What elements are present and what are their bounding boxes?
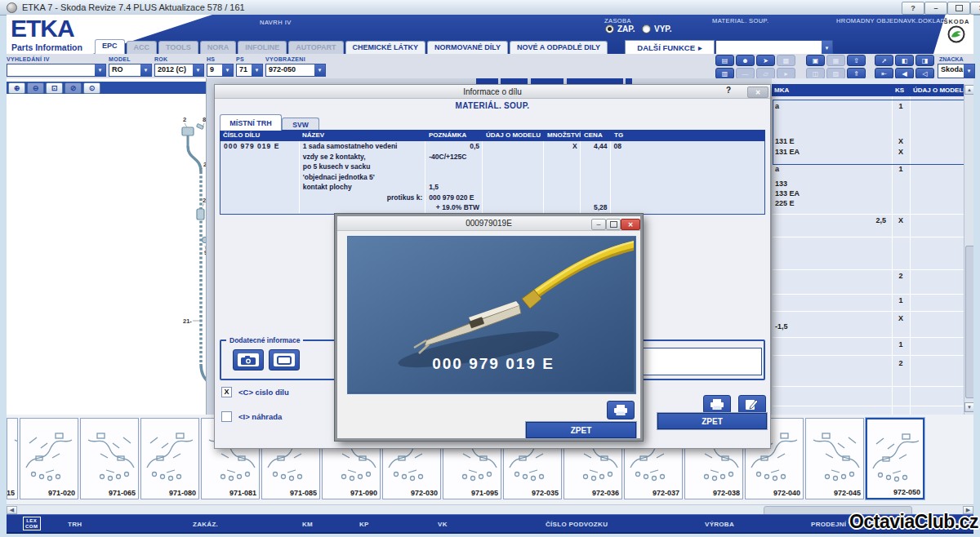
page-back-icon[interactable]: ◧ [895,55,914,66]
scroll-up-icon[interactable]: ▲ [964,85,973,95]
key-icon[interactable]: — [736,68,755,79]
print-icon[interactable]: ▤ [715,55,734,66]
row-divider [773,311,964,312]
dialog-print-button[interactable] [703,395,731,414]
tab[interactable]: TOOLS [158,41,198,55]
tab-mistni-trh[interactable]: MÍSTNÍ TRH [220,114,282,131]
chevron-down-icon[interactable]: ▼ [314,64,325,76]
part-name-line: kontakt plochy [300,182,426,193]
scroll-left-icon[interactable]: ◀ [7,506,17,514]
tab-svw[interactable]: SVW [282,118,319,131]
dialog-close-button[interactable]: ✕ [747,87,768,98]
cislo-dilu-checkbox[interactable]: X <C> cislo dilu [221,387,289,397]
col-cislo-dilu: ČÍSLO DÍLU [220,130,299,141]
tab[interactable]: NORMOVANÉ DÍLY [427,41,508,55]
nav-left-icon[interactable]: ◁ [915,68,934,79]
dialog-edit-button[interactable] [738,395,766,414]
zoom-pan-icon[interactable]: ⊘ [65,82,82,94]
elsa-icon[interactable]: ▣ [806,55,825,66]
filter-select[interactable]: 972-050 ▼ [265,64,326,77]
zoom-in-icon[interactable]: ⊕ [8,82,25,94]
tab[interactable]: AUTOPART [288,41,343,55]
thumbnail[interactable]: 972-045 [805,418,864,499]
cart-up-icon[interactable]: ⇧ [847,55,866,66]
cars-icon[interactable]: ▩ [777,55,795,66]
tab[interactable]: ACC [127,41,158,55]
dialog-help-button[interactable]: ? [726,86,731,95]
part-number: 000 979 019 E [220,141,300,152]
thumbnail[interactable]: 971-020 [20,418,78,499]
window-help-button[interactable]: ? [902,2,924,15]
scroll-down-icon[interactable]: ▼ [964,402,973,412]
car-outline-icon[interactable]: ▱ [756,68,775,79]
selected-part-group[interactable] [773,100,966,165]
status-field-label: ČÍSLO PODVOZKU [546,521,608,528]
tg-cell [611,172,764,183]
filter-select[interactable]: RO ▼ [109,64,152,77]
nav-prev-icon[interactable]: ◀ [895,68,914,79]
thumbnail[interactable]: 971-065 [80,418,139,499]
zoom-area-icon[interactable]: ⊡ [46,82,63,94]
nahrada-checkbox[interactable]: <I> náhrada [221,411,282,422]
user-icon[interactable]: ☻ [736,55,755,66]
checkbox-checked-icon[interactable]: X [221,387,232,397]
zasoba-vyp-radio[interactable]: VYP. [642,24,672,33]
photo-back-button[interactable]: ZPET [526,422,636,438]
zasoba-zap-radio[interactable]: ZAP. [605,24,635,33]
tab[interactable]: NOVÉ A ODPADLÉ DILY [510,41,608,55]
thumbnail[interactable]: 971-015 [7,418,18,499]
photo-minimize-button[interactable]: – [591,219,606,230]
tag-icon[interactable]: ◫ [806,68,825,79]
skoda-wordmark: ŠKODA [943,18,969,25]
model-cell [483,162,544,172]
filter-select[interactable]: ▼ [7,64,106,77]
chevron-down-icon[interactable]: ▼ [222,64,233,76]
window-restore-button[interactable] [947,2,970,15]
tab[interactable]: CHEMICKÉ LÁTKY [345,41,426,55]
chevron-down-icon[interactable]: ▼ [252,64,262,76]
tab[interactable]: INFOLINE [238,41,287,55]
model-cell [483,182,544,193]
chevron-down-icon[interactable]: ▼ [95,64,105,76]
part-number [220,172,300,183]
photo-print-button[interactable] [607,401,635,419]
znacka-select[interactable]: Skoda ▼ [938,64,975,78]
checkbox-unchecked-icon[interactable] [221,411,232,422]
nav-first-icon[interactable]: ⇤ [875,68,893,79]
scrollbar[interactable]: ▲ ▼ [964,84,973,415]
send-icon[interactable]: ➤ [756,55,775,66]
thumbnail[interactable]: 971-080 [140,418,199,499]
list-icon[interactable]: ▥ [715,68,734,79]
tab[interactable]: NORA [200,41,237,55]
zoom-lens-icon[interactable]: ⊙ [83,82,100,94]
photo-button[interactable] [233,349,264,371]
arrow-icon[interactable]: ▸ [777,68,795,79]
scrollbar-thumb[interactable] [965,246,973,398]
photo-close-button[interactable]: ✕ [621,219,640,230]
part-note: a [775,165,779,173]
photo-maximize-button[interactable] [606,219,621,230]
dialog-back-button[interactable]: ZPET [657,413,767,429]
window-close-button[interactable]: ✕ [970,2,980,15]
part-qty: 1 [894,165,907,173]
cart-icon[interactable]: ⇑ [847,68,866,79]
tab[interactable]: EPC [95,39,125,55]
filter-field: HS 9 ▼ [207,56,234,77]
chevron-down-icon[interactable]: ▼ [140,64,151,76]
filter-select[interactable]: 2012 (C) ▼ [154,64,204,77]
pin-icon[interactable]: ➚ [875,55,893,66]
chevron-down-icon[interactable]: ▼ [964,64,974,78]
page-forward-icon[interactable]: ◨ [915,55,934,66]
filter-select[interactable]: 71 ▼ [236,64,263,77]
filter-select[interactable]: 9 ▼ [207,64,234,77]
part-number [220,182,300,193]
zoom-out-icon[interactable]: ⊖ [27,82,44,94]
thumbnail[interactable]: 972-050 [866,418,924,499]
dialog-header: MATERIÁL. SOUP. [215,101,770,110]
price-cell [581,182,611,193]
frame-button[interactable] [269,349,300,371]
depot-icon[interactable]: ▦ [826,55,845,66]
window-minimize-button[interactable]: – [924,2,947,15]
cart-person-icon[interactable]: ▨ [826,68,845,79]
chevron-down-icon[interactable]: ▼ [193,64,203,76]
